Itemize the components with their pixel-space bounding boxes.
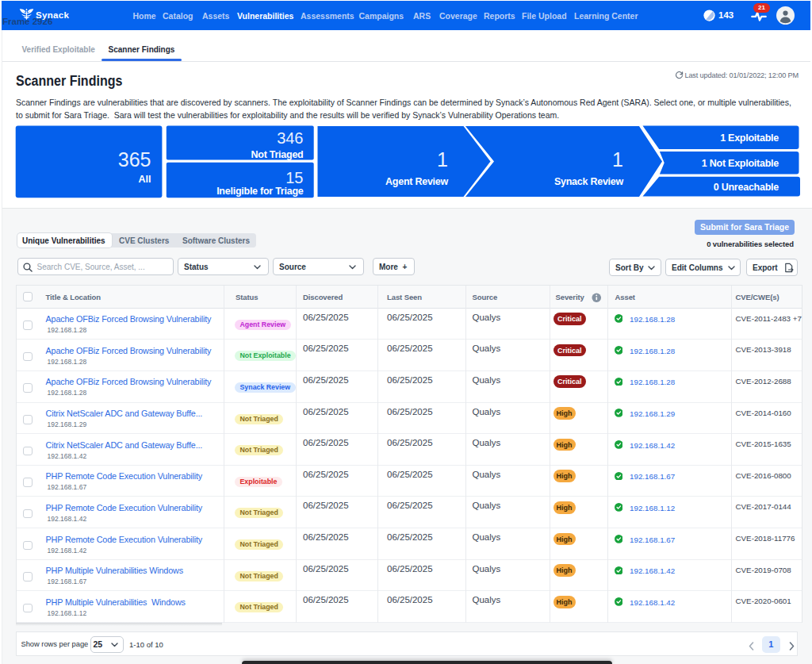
svg-text:365: 365 [118, 148, 151, 171]
svg-text:0 Unreachable: 0 Unreachable [714, 182, 779, 193]
svg-text:All: All [139, 174, 151, 185]
svg-text:15: 15 [285, 169, 303, 186]
svg-text:1 Exploitable: 1 Exploitable [720, 132, 779, 144]
svg-text:1: 1 [437, 148, 448, 171]
svg-text:Not Triaged: Not Triaged [251, 149, 303, 160]
svg-text:1 Not Exploitable: 1 Not Exploitable [702, 158, 779, 169]
svg-text:1: 1 [612, 148, 623, 171]
svg-text:346: 346 [277, 129, 303, 147]
svg-text:Agent Review: Agent Review [385, 176, 448, 187]
svg-text:Ineligible for Triage: Ineligible for Triage [216, 186, 304, 197]
svg-text:Synack Review: Synack Review [554, 176, 624, 187]
